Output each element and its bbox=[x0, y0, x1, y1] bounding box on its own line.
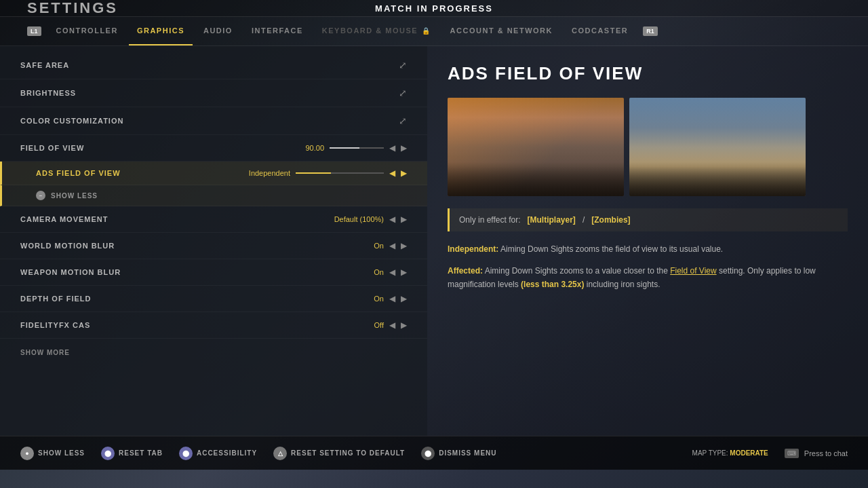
desc-affected-key: Affected: bbox=[448, 266, 483, 276]
reset-tab-action[interactable]: ⬤ RESET TAB bbox=[101, 447, 163, 460]
desc-independent: Independent: Aiming Down Sights zooms th… bbox=[448, 242, 848, 256]
preview-image-left bbox=[448, 98, 624, 196]
fov-right-arrow[interactable]: ▶ bbox=[401, 143, 407, 153]
tab-graphics[interactable]: GRAPHICS bbox=[129, 17, 193, 45]
weapmb-controls: On ◀ ▶ bbox=[374, 267, 407, 277]
camera-left-arrow[interactable]: ◀ bbox=[389, 214, 395, 224]
right-panel: ADS FIELD OF VIEW Only in effect for: [M… bbox=[427, 46, 868, 436]
bottom-actions-left: ● SHOW LESS ⬤ RESET TAB ⬤ ACCESSIBILITY … bbox=[20, 447, 497, 460]
desc-affected-text3: including iron sights. bbox=[587, 280, 660, 289]
settings-row-weapon-motion-blur[interactable]: WEAPON MOTION BLUR On ◀ ▶ bbox=[0, 259, 427, 286]
external-link-icon: ⤢ bbox=[399, 88, 407, 98]
settings-list: SAFE AREA ⤢ BRIGHTNESS ⤢ COLOR CUSTOMIZA… bbox=[0, 46, 427, 370]
desc-independent-text: Aiming Down Sights zooms the field of vi… bbox=[500, 244, 723, 254]
weapmb-right-arrow[interactable]: ▶ bbox=[401, 267, 407, 277]
camera-right-arrow[interactable]: ▶ bbox=[401, 214, 407, 224]
fov-left-arrow[interactable]: ◀ bbox=[389, 143, 395, 153]
effect-multiplayer: [Multiplayer] bbox=[528, 215, 576, 225]
settings-row-color-customization[interactable]: COLOR CUSTOMIZATION ⤢ bbox=[0, 107, 427, 135]
nav-tabs: L1 CONTROLLER GRAPHICS AUDIO INTERFACE K… bbox=[0, 17, 868, 46]
fov-controls: 90.00 ◀ ▶ bbox=[305, 143, 407, 153]
ads-fov-left-arrow[interactable]: ◀ bbox=[389, 168, 395, 178]
reset-tab-badge: ⬤ bbox=[101, 447, 115, 460]
press-to-chat[interactable]: ⌨ Press to chat bbox=[785, 449, 848, 458]
ads-fov-right-arrow[interactable]: ▶ bbox=[401, 168, 407, 178]
effect-zombies: [Zombies] bbox=[591, 215, 630, 225]
fov-slider[interactable] bbox=[330, 147, 384, 149]
dismiss-badge: ⬤ bbox=[421, 447, 435, 460]
ffx-controls: Off ◀ ▶ bbox=[374, 320, 407, 330]
settings-row-camera-movement[interactable]: CAMERA MOVEMENT Default (100%) ◀ ▶ bbox=[0, 206, 427, 233]
left-panel: SAFE AREA ⤢ BRIGHTNESS ⤢ COLOR CUSTOMIZA… bbox=[0, 46, 427, 436]
settings-title: SETTINGS bbox=[27, 0, 118, 17]
settings-row-fidelityfx[interactable]: FIDELITYFX CAS Off ◀ ▶ bbox=[0, 312, 427, 339]
dismiss-label: DISMISS MENU bbox=[439, 449, 496, 457]
camera-controls: Default (100%) ◀ ▶ bbox=[334, 214, 407, 224]
detail-title: ADS FIELD OF VIEW bbox=[448, 63, 848, 84]
nav-badge-right: R1 bbox=[643, 26, 658, 36]
main-content: SAFE AREA ⤢ BRIGHTNESS ⤢ COLOR CUSTOMIZA… bbox=[0, 46, 868, 436]
bottom-actions-right: MAP TYPE: MODERATE ⌨ Press to chat bbox=[692, 449, 848, 458]
desc-affected-text: Aiming Down Sights zooms to a value clos… bbox=[485, 266, 670, 276]
accessibility-badge: ⬤ bbox=[179, 447, 193, 460]
tab-account-network[interactable]: ACCOUNT & NETWORK bbox=[442, 17, 561, 45]
reset-setting-label: RESET SETTING TO DEFAULT bbox=[291, 449, 405, 457]
weapon-silhouette-left bbox=[448, 162, 624, 196]
dof-controls: On ◀ ▶ bbox=[374, 294, 407, 303]
preview-image-right bbox=[629, 98, 806, 196]
ffx-left-arrow[interactable]: ◀ bbox=[389, 320, 395, 330]
show-more-row[interactable]: SHOW MORE bbox=[0, 339, 427, 364]
nav-badge-left: L1 bbox=[27, 26, 41, 36]
dof-right-arrow[interactable]: ▶ bbox=[401, 294, 407, 303]
settings-row-safe-area[interactable]: SAFE AREA ⤢ bbox=[0, 52, 427, 79]
settings-row-depth-of-field[interactable]: DEPTH OF FIELD On ◀ ▶ bbox=[0, 286, 427, 312]
show-less-icon: − bbox=[36, 191, 45, 200]
dof-left-arrow[interactable]: ◀ bbox=[389, 294, 395, 303]
match-status: MATCH IN PROGRESS bbox=[375, 3, 493, 14]
wmb-left-arrow[interactable]: ◀ bbox=[389, 241, 395, 250]
tab-interface[interactable]: INTERFACE bbox=[243, 17, 311, 45]
external-link-icon: ⤢ bbox=[399, 60, 407, 71]
tab-codcaster[interactable]: CODCASTER bbox=[564, 17, 636, 45]
keyboard-icon: ⌨ bbox=[785, 449, 799, 458]
show-less-action-label: SHOW LESS bbox=[38, 449, 85, 457]
effect-notice: Only in effect for: [Multiplayer] / [Zom… bbox=[448, 208, 848, 231]
ads-fov-track bbox=[296, 172, 384, 174]
top-bar: SETTINGS MATCH IN PROGRESS bbox=[0, 0, 868, 17]
weapon-silhouette-right bbox=[629, 162, 806, 196]
bottom-bar: ● SHOW LESS ⬤ RESET TAB ⬤ ACCESSIBILITY … bbox=[0, 436, 868, 470]
show-less-row[interactable]: − SHOW LESS bbox=[0, 185, 427, 206]
settings-row-ads-fov[interactable]: ADS FIELD OF VIEW Independent ◀ ▶ bbox=[0, 162, 427, 185]
effect-notice-prefix: Only in effect for: bbox=[459, 215, 521, 225]
ads-fov-controls: Independent ◀ ▶ bbox=[249, 168, 407, 178]
accessibility-label: ACCESSIBILITY bbox=[197, 449, 257, 457]
reset-setting-badge: △ bbox=[273, 447, 287, 460]
tab-audio[interactable]: AUDIO bbox=[195, 17, 241, 45]
map-type: MAP TYPE: MODERATE bbox=[692, 449, 768, 457]
press-to-chat-label: Press to chat bbox=[804, 449, 848, 457]
desc-affected: Affected: Aiming Down Sights zooms to a … bbox=[448, 264, 848, 291]
show-less-badge: ● bbox=[20, 447, 34, 460]
desc-fov-link: Field of View bbox=[670, 266, 716, 276]
accessibility-action[interactable]: ⬤ ACCESSIBILITY bbox=[179, 447, 257, 460]
show-less-action[interactable]: ● SHOW LESS bbox=[20, 447, 85, 460]
reset-setting-action[interactable]: △ RESET SETTING TO DEFAULT bbox=[273, 447, 405, 460]
settings-row-brightness[interactable]: BRIGHTNESS ⤢ bbox=[0, 79, 427, 107]
wmb-right-arrow[interactable]: ▶ bbox=[401, 241, 407, 250]
desc-magnification: (less than 3.25x) bbox=[521, 280, 584, 289]
effect-separator: / bbox=[583, 215, 585, 225]
ffx-right-arrow[interactable]: ▶ bbox=[401, 320, 407, 330]
settings-row-field-of-view[interactable]: FIELD OF VIEW 90.00 ◀ ▶ bbox=[0, 135, 427, 162]
external-link-icon: ⤢ bbox=[399, 115, 407, 126]
desc-independent-key: Independent: bbox=[448, 244, 498, 254]
tab-keyboard-mouse: KEYBOARD & MOUSE 🔒 bbox=[314, 17, 439, 45]
weapmb-left-arrow[interactable]: ◀ bbox=[389, 267, 395, 277]
preview-images bbox=[448, 98, 848, 196]
lock-icon: 🔒 bbox=[422, 27, 431, 35]
reset-tab-label: RESET TAB bbox=[119, 449, 163, 457]
dismiss-action[interactable]: ⬤ DISMISS MENU bbox=[421, 447, 496, 460]
tab-controller[interactable]: CONTROLLER bbox=[48, 17, 126, 45]
wmb-controls: On ◀ ▶ bbox=[374, 241, 407, 250]
settings-row-world-motion-blur[interactable]: WORLD MOTION BLUR On ◀ ▶ bbox=[0, 233, 427, 259]
